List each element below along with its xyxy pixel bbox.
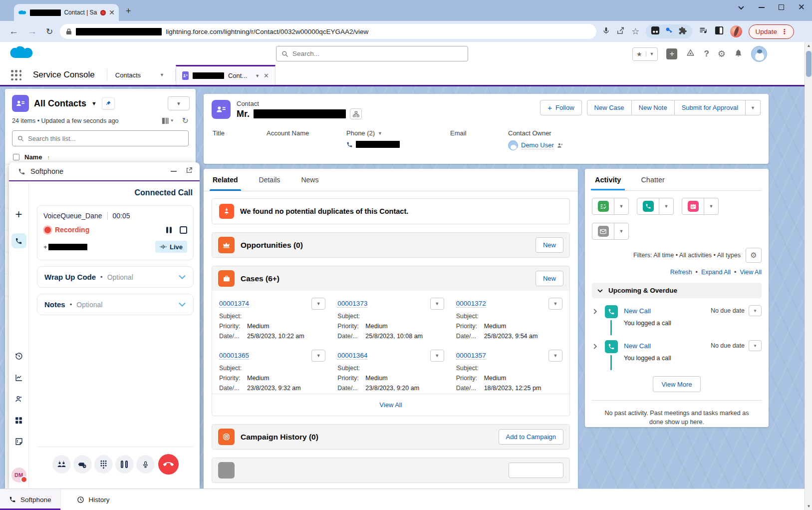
wrap-up-chevron-icon[interactable] bbox=[178, 275, 186, 280]
stop-recording-icon[interactable] bbox=[180, 226, 187, 234]
tab-news[interactable]: News bbox=[301, 169, 318, 191]
page-scrollbar[interactable]: ▲ ▼ bbox=[805, 42, 812, 510]
new-case-list-button[interactable]: New bbox=[536, 271, 563, 286]
call-history-icon[interactable] bbox=[14, 352, 23, 363]
scrollbar-up-icon[interactable]: ▲ bbox=[805, 43, 812, 48]
password-key-icon[interactable] bbox=[665, 26, 674, 37]
view-hierarchy-icon[interactable] bbox=[350, 108, 362, 119]
nav-tab-contacts[interactable]: Contacts bbox=[107, 65, 149, 85]
side-panel-icon[interactable] bbox=[715, 26, 724, 37]
help-icon[interactable]: ? bbox=[704, 49, 709, 59]
campaign-history-title[interactable]: Campaign History (0) bbox=[241, 433, 318, 442]
list-search-input[interactable] bbox=[28, 135, 183, 142]
end-call-button[interactable] bbox=[158, 454, 179, 475]
notifications-bell-icon[interactable] bbox=[734, 48, 743, 59]
window-chevron-icon[interactable] bbox=[738, 3, 745, 12]
new-event-dropdown-icon[interactable]: ▼ bbox=[704, 198, 718, 214]
new-tab-button[interactable]: + bbox=[126, 6, 131, 16]
activity-settings-gear-icon[interactable]: ⚙ bbox=[746, 248, 762, 263]
contacts-tab-dropdown-icon[interactable]: ▼ bbox=[149, 65, 175, 85]
agent-avatar[interactable]: DM bbox=[11, 468, 26, 483]
profile-avatar[interactable] bbox=[730, 25, 742, 37]
favorites-button[interactable]: ★ ▼ bbox=[632, 47, 658, 61]
case-actions-dropdown[interactable]: ▼ bbox=[548, 298, 562, 310]
log-call-dropdown-icon[interactable]: ▼ bbox=[659, 198, 673, 214]
apps-grid-icon[interactable] bbox=[14, 416, 23, 427]
reload-icon[interactable]: ↻ bbox=[46, 26, 53, 37]
global-search[interactable] bbox=[276, 46, 468, 61]
list-view-controls-dropdown[interactable]: ▼ bbox=[168, 96, 190, 110]
opportunities-title[interactable]: Opportunities (0) bbox=[241, 241, 303, 250]
utility-history-tab[interactable]: History bbox=[68, 489, 119, 510]
activity-view-all-link[interactable]: View All bbox=[740, 269, 762, 276]
notes-section[interactable]: Notes • Optional bbox=[37, 294, 194, 315]
share-icon[interactable] bbox=[616, 26, 625, 37]
hold-button[interactable] bbox=[115, 455, 134, 474]
record-tab-close-icon[interactable]: ✕ bbox=[264, 72, 269, 79]
browser-tab[interactable]: Contact | Sal ✕ bbox=[14, 4, 119, 21]
softphone-popout-icon[interactable] bbox=[186, 167, 193, 176]
tab-chatter[interactable]: Chatter bbox=[641, 169, 665, 190]
favorites-star-icon[interactable]: ★ bbox=[633, 50, 646, 58]
setup-gear-icon[interactable]: ⚙ bbox=[718, 48, 726, 59]
expand-item-chevron-icon[interactable] bbox=[593, 343, 597, 352]
new-event-button[interactable] bbox=[682, 198, 704, 214]
more-actions-dropdown[interactable]: ▼ bbox=[746, 100, 761, 115]
notes-chevron-icon[interactable] bbox=[178, 302, 186, 307]
forward-icon[interactable]: → bbox=[27, 26, 37, 37]
active-call-tab-icon[interactable] bbox=[11, 233, 26, 248]
call-analytics-icon[interactable] bbox=[14, 373, 23, 384]
change-owner-icon[interactable] bbox=[557, 142, 563, 149]
expand-all-link[interactable]: Expand All bbox=[701, 269, 731, 276]
add-to-campaign-button[interactable]: Add to Campaign bbox=[499, 429, 563, 445]
pause-recording-icon[interactable] bbox=[166, 227, 172, 233]
case-number-link[interactable]: 00001365 bbox=[219, 352, 249, 360]
tab-related[interactable]: Related bbox=[213, 169, 238, 191]
scrollbar-down-icon[interactable]: ▼ bbox=[805, 504, 812, 509]
media-playlist-icon[interactable] bbox=[699, 26, 708, 37]
new-task-button[interactable] bbox=[592, 198, 614, 214]
timeline-call-link[interactable]: New Call bbox=[624, 307, 651, 315]
puzzle-extensions-icon[interactable] bbox=[679, 26, 687, 37]
list-search-box[interactable] bbox=[12, 130, 189, 146]
select-all-checkbox[interactable] bbox=[13, 154, 19, 160]
extension-dark-icon[interactable] bbox=[651, 26, 660, 37]
case-number-link[interactable]: 00001372 bbox=[456, 300, 486, 308]
pin-icon[interactable] bbox=[102, 97, 115, 109]
window-maximize-icon[interactable] bbox=[779, 4, 784, 10]
new-case-button[interactable]: New Case bbox=[587, 100, 632, 115]
phone-dropdown-icon[interactable]: ▼ bbox=[378, 131, 382, 136]
mute-button[interactable] bbox=[136, 455, 155, 474]
back-icon[interactable]: ← bbox=[9, 26, 18, 37]
clipped-related-button[interactable] bbox=[509, 463, 563, 478]
update-button[interactable]: Update ⋮ bbox=[749, 24, 794, 39]
display-as-icon[interactable]: ▼ bbox=[162, 117, 174, 124]
global-search-input[interactable] bbox=[292, 50, 463, 57]
tab-details[interactable]: Details bbox=[259, 169, 280, 191]
transfer-button[interactable] bbox=[73, 455, 92, 474]
user-avatar[interactable] bbox=[751, 46, 767, 62]
wrap-up-code-section[interactable]: Wrap Up Code • Optional bbox=[37, 266, 194, 288]
case-actions-dropdown[interactable]: ▼ bbox=[430, 350, 444, 362]
phone-field-value[interactable] bbox=[346, 140, 436, 148]
guidance-center-icon[interactable] bbox=[686, 48, 695, 59]
record-tab-dropdown-icon[interactable]: ▼ bbox=[255, 73, 260, 78]
case-actions-dropdown[interactable]: ▼ bbox=[311, 298, 325, 310]
global-actions-icon[interactable]: + bbox=[666, 48, 677, 59]
case-number-link[interactable]: 00001374 bbox=[219, 300, 249, 308]
new-opportunity-button[interactable]: New bbox=[536, 237, 563, 253]
window-minimize-icon[interactable] bbox=[759, 7, 765, 8]
mic-icon[interactable] bbox=[602, 26, 610, 37]
section-collapse-chevron-icon[interactable] bbox=[597, 289, 603, 293]
window-close-icon[interactable]: ✕ bbox=[798, 2, 805, 12]
expand-item-chevron-icon[interactable] bbox=[593, 308, 597, 317]
timeline-item-dropdown[interactable]: ▼ bbox=[749, 340, 762, 351]
submit-for-approval-button[interactable]: Submit for Approval bbox=[675, 100, 746, 115]
new-call-plus-icon[interactable]: + bbox=[15, 207, 22, 221]
case-number-link[interactable]: 00001364 bbox=[337, 352, 367, 360]
scrollbar-thumb[interactable] bbox=[806, 51, 812, 77]
refresh-link[interactable]: Refresh bbox=[670, 269, 692, 276]
cases-view-all-link[interactable]: View All bbox=[379, 401, 402, 409]
new-task-dropdown-icon[interactable]: ▼ bbox=[614, 198, 628, 214]
email-dropdown-icon[interactable]: ▼ bbox=[614, 223, 628, 239]
